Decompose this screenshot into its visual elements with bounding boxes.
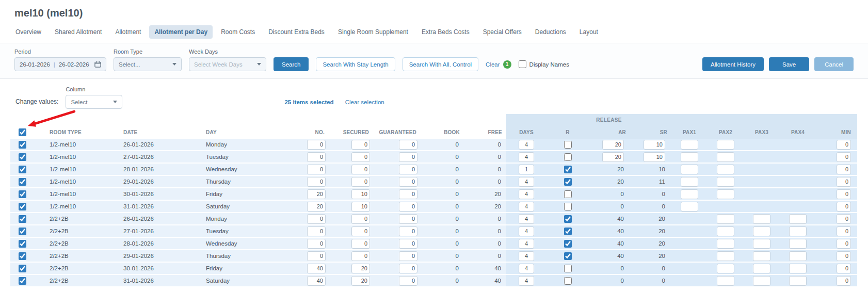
days-input[interactable] (519, 251, 534, 261)
tab-shared-allotment[interactable]: Shared Allotment (50, 25, 107, 39)
search-button[interactable]: Search (274, 57, 309, 71)
period-to-date[interactable]: 26-02-2026 (59, 61, 89, 68)
pax1-input[interactable] (681, 152, 698, 162)
guaranteed-input[interactable] (399, 140, 417, 150)
no-input[interactable] (307, 189, 326, 199)
guaranteed-input[interactable] (399, 239, 417, 249)
min-input[interactable] (837, 226, 851, 236)
min-input[interactable] (837, 202, 851, 212)
pax3-input[interactable] (753, 226, 770, 236)
save-button[interactable]: Save (769, 57, 809, 71)
secured-input[interactable] (351, 239, 370, 249)
min-input[interactable] (837, 239, 851, 249)
row-select-checkbox[interactable] (19, 265, 26, 272)
pax1-input[interactable] (681, 165, 698, 174)
row-select-checkbox[interactable] (19, 240, 26, 248)
pax1-input[interactable] (681, 189, 698, 199)
secured-input[interactable] (351, 189, 370, 199)
calendar-icon[interactable] (94, 61, 101, 68)
release-checkbox[interactable] (564, 166, 572, 173)
days-input[interactable] (519, 276, 534, 286)
room-type-select[interactable]: Select... (114, 57, 182, 71)
days-input[interactable] (519, 189, 534, 199)
days-input[interactable] (519, 239, 534, 249)
release-checkbox[interactable] (564, 240, 572, 248)
period-range-picker[interactable]: 26-01-2026 | 26-02-2026 (14, 57, 106, 71)
sr-input[interactable] (644, 152, 665, 162)
pax2-input[interactable] (717, 239, 734, 249)
no-input[interactable] (307, 177, 326, 187)
min-input[interactable] (837, 189, 851, 199)
allotment-history-button[interactable]: Allotment History (702, 57, 764, 71)
pax2-input[interactable] (717, 165, 734, 174)
pax4-input[interactable] (789, 239, 807, 249)
days-input[interactable] (519, 202, 534, 212)
guaranteed-input[interactable] (399, 264, 417, 273)
days-input[interactable] (519, 214, 534, 224)
pax2-input[interactable] (717, 214, 734, 224)
display-names-toggle[interactable]: Display Names (519, 57, 569, 71)
sr-input[interactable] (644, 140, 665, 150)
min-input[interactable] (837, 165, 851, 174)
display-names-checkbox[interactable] (519, 60, 526, 68)
pax4-input[interactable] (789, 214, 807, 224)
row-select-checkbox[interactable] (19, 228, 26, 235)
no-input[interactable] (307, 165, 326, 174)
pax3-input[interactable] (753, 264, 770, 273)
days-input[interactable] (519, 177, 534, 187)
days-input[interactable] (519, 152, 534, 162)
no-input[interactable] (307, 214, 326, 224)
tab-special-offers[interactable]: Special Offers (478, 25, 527, 39)
pax4-input[interactable] (789, 276, 807, 286)
pax1-input[interactable] (681, 177, 698, 187)
days-input[interactable] (519, 140, 534, 150)
no-input[interactable] (307, 251, 326, 261)
secured-input[interactable] (351, 226, 370, 236)
search-with-stay-length-button[interactable]: Search With Stay Length (316, 57, 395, 71)
period-from-date[interactable]: 26-01-2026 (20, 61, 50, 68)
guaranteed-input[interactable] (399, 251, 417, 261)
guaranteed-input[interactable] (399, 189, 417, 199)
row-select-checkbox[interactable] (19, 153, 26, 161)
min-input[interactable] (837, 276, 851, 286)
days-input[interactable] (519, 264, 534, 273)
min-input[interactable] (837, 264, 851, 273)
row-select-checkbox[interactable] (19, 215, 26, 223)
secured-input[interactable] (351, 264, 370, 273)
secured-input[interactable] (351, 251, 370, 261)
clear-selection-link[interactable]: Clear selection (345, 99, 384, 105)
pax4-input[interactable] (789, 226, 807, 236)
pax2-input[interactable] (717, 264, 734, 273)
secured-input[interactable] (351, 214, 370, 224)
days-input[interactable] (519, 165, 534, 174)
pax2-input[interactable] (717, 251, 734, 261)
pax2-input[interactable] (717, 152, 734, 162)
row-select-checkbox[interactable] (19, 166, 26, 173)
guaranteed-input[interactable] (399, 226, 417, 236)
pax3-input[interactable] (753, 214, 770, 224)
days-input[interactable] (519, 226, 534, 236)
row-select-checkbox[interactable] (19, 203, 26, 210)
pax3-input[interactable] (753, 239, 770, 249)
pax3-input[interactable] (753, 276, 770, 286)
release-checkbox[interactable] (564, 215, 572, 223)
no-input[interactable] (307, 226, 326, 236)
column-select[interactable]: Select (66, 95, 122, 109)
no-input[interactable] (307, 140, 326, 150)
tab-discount-extra-beds[interactable]: Discount Extra Beds (263, 25, 330, 39)
select-all-checkbox[interactable] (19, 128, 26, 136)
release-checkbox[interactable] (564, 252, 572, 260)
release-checkbox[interactable] (564, 141, 572, 149)
guaranteed-input[interactable] (399, 165, 417, 174)
pax1-input[interactable] (681, 140, 698, 150)
row-select-checkbox[interactable] (19, 252, 26, 260)
secured-input[interactable] (351, 140, 370, 150)
tab-deductions[interactable]: Deductions (530, 25, 571, 39)
min-input[interactable] (837, 251, 851, 261)
secured-input[interactable] (351, 202, 370, 212)
secured-input[interactable] (351, 152, 370, 162)
pax4-input[interactable] (789, 251, 807, 261)
week-days-select[interactable]: Select Week Days (189, 57, 266, 71)
secured-input[interactable] (351, 165, 370, 174)
secured-input[interactable] (351, 276, 370, 286)
